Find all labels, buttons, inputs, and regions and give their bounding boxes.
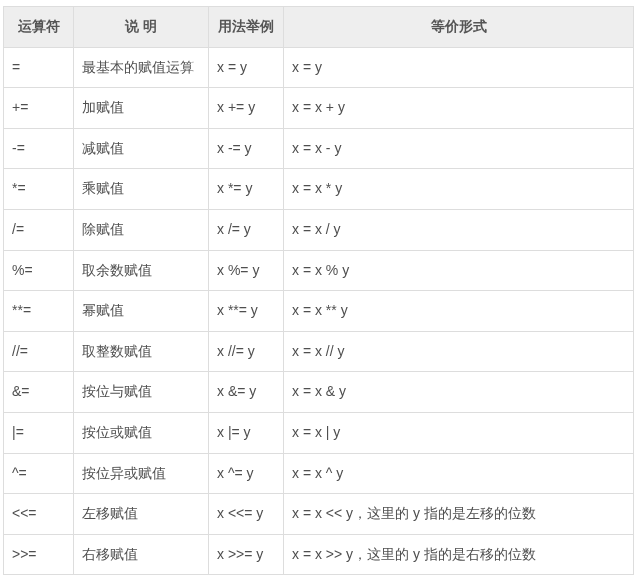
cell-equivalent: x = x % y (284, 250, 634, 291)
cell-usage: x <<= y (209, 494, 284, 535)
cell-usage: x //= y (209, 331, 284, 372)
th-operator: 运算符 (4, 7, 74, 48)
table-row: %= 取余数赋值 x %= y x = x % y (4, 250, 634, 291)
table-row: /= 除赋值 x /= y x = x / y (4, 209, 634, 250)
table-row: <<= 左移赋值 x <<= y x = x << y，这里的 y 指的是左移的… (4, 494, 634, 535)
cell-usage: x /= y (209, 209, 284, 250)
table-row: &= 按位与赋值 x &= y x = x & y (4, 372, 634, 413)
cell-equivalent: x = x / y (284, 209, 634, 250)
cell-description: 减赋值 (74, 128, 209, 169)
cell-operator: <<= (4, 494, 74, 535)
cell-equivalent: x = y (284, 47, 634, 88)
th-usage: 用法举例 (209, 7, 284, 48)
table-row: += 加赋值 x += y x = x + y (4, 88, 634, 129)
cell-description: 按位或赋值 (74, 412, 209, 453)
cell-usage: x = y (209, 47, 284, 88)
cell-equivalent: x = x // y (284, 331, 634, 372)
table-container: 运算符 说 明 用法举例 等价形式 = 最基本的赋值运算 x = y x = y… (0, 0, 637, 581)
cell-operator: |= (4, 412, 74, 453)
cell-equivalent: x = x ^ y (284, 453, 634, 494)
cell-description: 幂赋值 (74, 291, 209, 332)
operators-table: 运算符 说 明 用法举例 等价形式 = 最基本的赋值运算 x = y x = y… (3, 6, 634, 575)
table-row: ^= 按位异或赋值 x ^= y x = x ^ y (4, 453, 634, 494)
cell-operator: &= (4, 372, 74, 413)
table-header-row: 运算符 说 明 用法举例 等价形式 (4, 7, 634, 48)
table-row: >>= 右移赋值 x >>= y x = x >> y，这里的 y 指的是右移的… (4, 534, 634, 575)
cell-operator: -= (4, 128, 74, 169)
cell-usage: x *= y (209, 169, 284, 210)
cell-usage: x -= y (209, 128, 284, 169)
cell-usage: x += y (209, 88, 284, 129)
table-row: //= 取整数赋值 x //= y x = x // y (4, 331, 634, 372)
cell-operator: >>= (4, 534, 74, 575)
cell-description: 右移赋值 (74, 534, 209, 575)
cell-description: 取整数赋值 (74, 331, 209, 372)
cell-operator: *= (4, 169, 74, 210)
cell-operator: ^= (4, 453, 74, 494)
cell-description: 取余数赋值 (74, 250, 209, 291)
cell-description: 加赋值 (74, 88, 209, 129)
cell-operator: //= (4, 331, 74, 372)
cell-description: 按位异或赋值 (74, 453, 209, 494)
table-row: |= 按位或赋值 x |= y x = x | y (4, 412, 634, 453)
cell-usage: x ^= y (209, 453, 284, 494)
cell-equivalent: x = x ** y (284, 291, 634, 332)
cell-description: 最基本的赋值运算 (74, 47, 209, 88)
cell-description: 按位与赋值 (74, 372, 209, 413)
table-row: *= 乘赋值 x *= y x = x * y (4, 169, 634, 210)
cell-usage: x **= y (209, 291, 284, 332)
table-row: -= 减赋值 x -= y x = x - y (4, 128, 634, 169)
cell-equivalent: x = x & y (284, 372, 634, 413)
cell-usage: x &= y (209, 372, 284, 413)
table-row: **= 幂赋值 x **= y x = x ** y (4, 291, 634, 332)
cell-equivalent: x = x << y，这里的 y 指的是左移的位数 (284, 494, 634, 535)
cell-equivalent: x = x | y (284, 412, 634, 453)
cell-description: 左移赋值 (74, 494, 209, 535)
table-row: = 最基本的赋值运算 x = y x = y (4, 47, 634, 88)
cell-operator: **= (4, 291, 74, 332)
cell-equivalent: x = x * y (284, 169, 634, 210)
cell-usage: x >>= y (209, 534, 284, 575)
th-description: 说 明 (74, 7, 209, 48)
cell-usage: x %= y (209, 250, 284, 291)
th-equivalent: 等价形式 (284, 7, 634, 48)
cell-description: 除赋值 (74, 209, 209, 250)
cell-description: 乘赋值 (74, 169, 209, 210)
cell-equivalent: x = x - y (284, 128, 634, 169)
cell-equivalent: x = x + y (284, 88, 634, 129)
cell-operator: += (4, 88, 74, 129)
cell-operator: %= (4, 250, 74, 291)
cell-operator: = (4, 47, 74, 88)
cell-equivalent: x = x >> y，这里的 y 指的是右移的位数 (284, 534, 634, 575)
cell-usage: x |= y (209, 412, 284, 453)
cell-operator: /= (4, 209, 74, 250)
